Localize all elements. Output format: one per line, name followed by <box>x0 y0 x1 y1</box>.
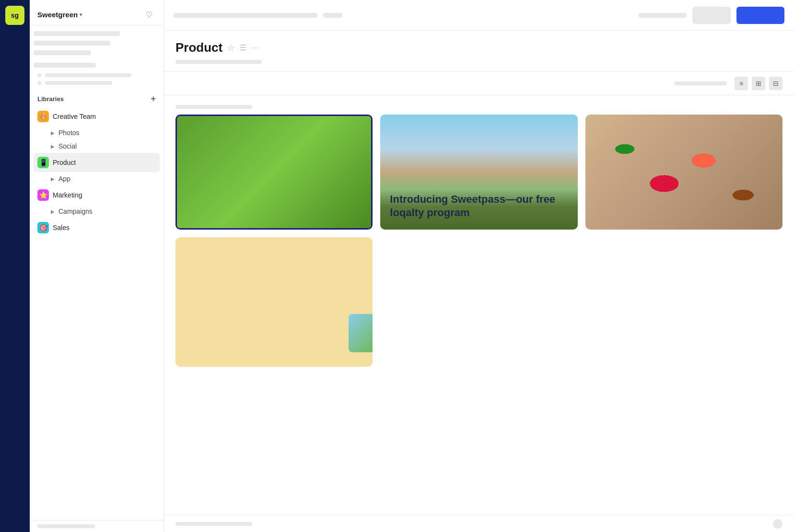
product-icon: 📱 <box>37 157 49 168</box>
notification-icon[interactable]: ♡ <box>142 8 156 21</box>
page-sub-skeleton <box>175 60 262 64</box>
toolbar-skeleton-sm <box>323 13 342 18</box>
page-header: Product ☆ ☰ ··· <box>164 31 794 72</box>
page-title-row: Product ☆ ☰ ··· <box>175 40 782 55</box>
mini-card-image <box>349 314 373 352</box>
dark-nav: sg <box>0 0 30 532</box>
sidebar-item-sales[interactable]: 🎯 Sales <box>34 218 160 237</box>
asset-card-sweetpass[interactable]: Introducing Sweetpass—our free loqalty p… <box>380 115 577 230</box>
grid-view-button[interactable]: ⊞ <box>752 77 765 90</box>
content-bottom-bar <box>164 515 794 532</box>
sidebar-top: Sweetgreen ▾ ♡ <box>30 0 163 25</box>
view-ctl-skeleton <box>674 81 727 85</box>
page-title: Product <box>175 40 222 55</box>
scroll-icon[interactable] <box>773 519 782 529</box>
chevron-icon: ▶ <box>51 144 55 149</box>
asset-card-yellow[interactable] <box>175 237 373 367</box>
asset-grid: Introducing Sweetpass—our free loqalty p… <box>164 115 794 378</box>
toolbar-secondary-button[interactable] <box>692 7 731 24</box>
sidebar-subitem-social[interactable]: ▶ Social <box>34 139 160 153</box>
skeleton-line <box>45 73 131 77</box>
skeleton-dot <box>37 73 41 77</box>
add-library-button[interactable]: + <box>151 94 156 103</box>
compact-view-button[interactable]: ⊟ <box>769 77 782 90</box>
social-label: Social <box>58 142 77 150</box>
new-button[interactable] <box>736 7 784 24</box>
campaigns-label: Campaigns <box>58 208 93 215</box>
bottom-skeleton <box>37 524 95 528</box>
sales-label: Sales <box>53 224 70 231</box>
grid-view-icon[interactable]: ☰ <box>240 43 246 52</box>
product-label: Product <box>53 159 76 166</box>
toolbar-skeleton <box>174 13 317 18</box>
marketing-label: Marketing <box>53 191 82 199</box>
sidebar-item-creative-team[interactable]: 🎨 Creative Team <box>34 107 160 126</box>
creative-team-label: Creative Team <box>53 113 96 120</box>
marketing-icon: ⭐ <box>37 189 49 201</box>
asset-card-food-closeup[interactable] <box>585 115 782 230</box>
view-controls: ≡ ⊞ ⊟ <box>164 72 794 95</box>
mini-card <box>349 314 373 352</box>
skeleton-line <box>34 41 110 46</box>
sidebar-item-marketing[interactable]: ⭐ Marketing <box>34 185 160 205</box>
libraries-header: Libraries + <box>34 93 160 107</box>
food-closeup-image <box>585 115 782 230</box>
favorite-icon[interactable]: ☆ <box>227 43 235 53</box>
toolbar <box>164 0 794 31</box>
photos-label: Photos <box>58 129 80 137</box>
app-avatar[interactable]: sg <box>5 6 24 25</box>
workspace-name-label: Sweetgreen <box>37 11 78 19</box>
content-area: Introducing Sweetpass—our free loqalty p… <box>164 95 794 515</box>
sidebar-bottom <box>30 520 163 532</box>
salad-image <box>177 116 371 228</box>
sidebar-subitem-app[interactable]: ▶ App <box>34 172 160 185</box>
skeleton-dot <box>37 81 41 85</box>
asset-card-salad[interactable] <box>175 115 373 230</box>
section-header <box>164 95 794 115</box>
bottom-skeleton-line <box>175 522 252 526</box>
main-content: Product ☆ ☰ ··· ≡ ⊞ ⊟ Introducing Sweetp… <box>164 0 794 532</box>
sales-icon: 🎯 <box>37 222 49 233</box>
libraries-label: Libraries <box>37 95 64 103</box>
sidebar: Sweetgreen ▾ ♡ Libraries + 🎨 Creative Te… <box>30 0 164 532</box>
sidebar-subitem-photos[interactable]: ▶ Photos <box>34 126 160 139</box>
section-skeleton <box>175 105 252 109</box>
sidebar-item-product[interactable]: 📱 Product <box>34 153 160 172</box>
chevron-icon: ▶ <box>51 176 55 182</box>
list-view-button[interactable]: ≡ <box>735 77 748 90</box>
sidebar-subitem-campaigns[interactable]: ▶ Campaigns <box>34 205 160 218</box>
workspace-chevron: ▾ <box>80 12 82 17</box>
app-label: App <box>58 175 70 183</box>
sweetpass-text: Introducing Sweetpass—our free loqalty p… <box>390 193 568 220</box>
skeleton-line <box>34 31 120 36</box>
toolbar-skeleton-med <box>639 13 687 18</box>
chevron-icon: ▶ <box>51 130 55 136</box>
skeleton-line <box>34 50 91 55</box>
skeleton-line <box>34 63 96 68</box>
more-options-icon[interactable]: ··· <box>251 44 260 52</box>
chevron-icon: ▶ <box>51 209 55 214</box>
sidebar-content: Libraries + 🎨 Creative Team ▶ Photos ▶ S… <box>30 25 163 520</box>
skeleton-line <box>45 81 112 85</box>
workspace-name[interactable]: Sweetgreen ▾ <box>37 11 82 19</box>
creative-team-icon: 🎨 <box>37 111 49 122</box>
